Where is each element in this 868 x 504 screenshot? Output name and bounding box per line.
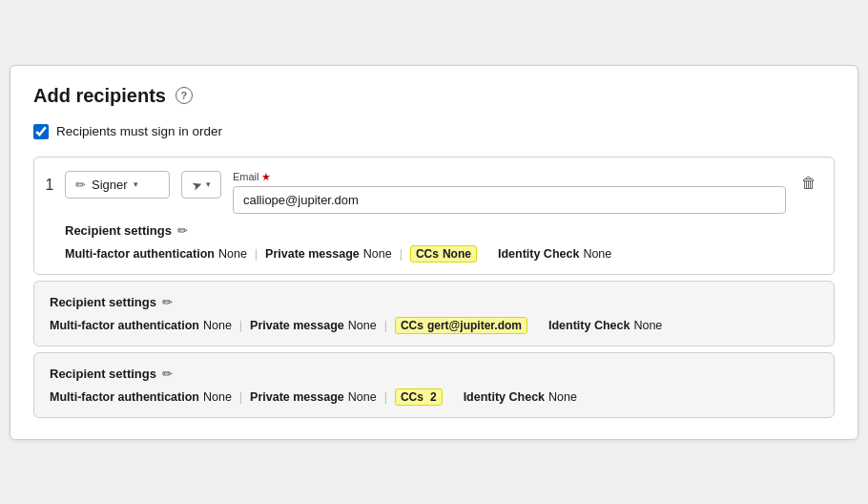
ic-val-3: None — [548, 390, 577, 404]
settings-label-3: Recipient settings — [50, 367, 156, 381]
recipient-card-1: 1 ✏ Signer ▾ ➤ ▾ — [33, 157, 835, 275]
recipient-card-3: Recipient settings ✏ Multi-factor authen… — [33, 352, 835, 418]
mfa-val-3: None — [203, 390, 232, 404]
send-dropdown-1[interactable]: ➤ ▾ — [181, 171, 221, 199]
mfa-val-2: None — [203, 319, 232, 332]
edit-icon-3[interactable]: ✏ — [162, 367, 173, 381]
email-label-1: Email★ — [233, 171, 786, 183]
settings-row-1: Recipient settings ✏ — [65, 223, 820, 238]
mfa-val-1: None — [218, 247, 247, 261]
cc-val-2: gert@jupiter.dom — [427, 319, 522, 332]
cc-badge-3[interactable]: CCs 2 — [395, 388, 443, 406]
recipient-card-2: Recipient settings ✏ Multi-factor authen… — [33, 281, 835, 346]
ic-key-1: Identity Check — [498, 247, 579, 261]
send-icon-1: ➤ — [190, 176, 204, 193]
edit-icon-1[interactable]: ✏ — [177, 223, 188, 238]
ic-key-2: Identity Check — [548, 319, 630, 332]
ic-val-2: None — [633, 319, 662, 332]
sign-order-checkbox[interactable] — [33, 124, 49, 139]
sign-order-row: Recipients must sign in order — [33, 124, 835, 139]
pm-key-1: Private message — [265, 247, 360, 261]
cc-label-3: CCs — [401, 390, 424, 404]
signer-dropdown-1[interactable]: ✏ Signer ▾ — [65, 171, 170, 199]
email-input-1[interactable] — [233, 186, 786, 214]
signer-icon-1: ✏ — [75, 178, 86, 192]
cc-label-1: CCs — [416, 247, 439, 261]
cc-val-3: 2 — [430, 390, 437, 404]
mfa-key-3: Multi-factor authentication — [50, 390, 199, 404]
ic-val-1: None — [583, 247, 611, 261]
ic-key-3: Identity Check — [464, 390, 545, 404]
settings-row-2: Recipient settings ✏ — [50, 295, 818, 309]
cc-label-2: CCs — [401, 319, 424, 332]
recipient-1-input-row: ✏ Signer ▾ ➤ ▾ Email★ — [65, 171, 820, 214]
pm-val-2: None — [348, 319, 377, 332]
signer-chevron-1: ▾ — [134, 179, 138, 189]
pm-key-3: Private message — [250, 390, 344, 404]
recipient-number-1: 1 — [34, 158, 65, 194]
mfa-key-2: Multi-factor authentication — [50, 319, 199, 332]
settings-details-2: Multi-factor authentication None | Priva… — [50, 317, 818, 334]
cc-val-1: None — [443, 247, 471, 261]
settings-label-1: Recipient settings — [65, 223, 172, 238]
send-chevron-1: ▾ — [206, 179, 211, 189]
mfa-key-1: Multi-factor authentication — [65, 247, 215, 261]
edit-icon-2[interactable]: ✏ — [162, 295, 173, 309]
help-icon[interactable]: ? — [176, 87, 193, 104]
pm-val-1: None — [363, 247, 392, 261]
cc-badge-1[interactable]: CCs None — [410, 245, 477, 262]
pm-val-3: None — [348, 390, 377, 404]
email-section-1: Email★ — [233, 171, 786, 214]
pm-key-2: Private message — [250, 319, 344, 332]
settings-details-3: Multi-factor authentication None | Priva… — [50, 388, 818, 406]
page-header: Add recipients ? — [33, 85, 835, 107]
settings-row-3: Recipient settings ✏ — [50, 367, 818, 381]
settings-label-2: Recipient settings — [50, 295, 156, 309]
delete-icon-1[interactable]: 🗑 — [797, 171, 820, 196]
page-title: Add recipients — [33, 85, 166, 107]
settings-details-1: Multi-factor authentication None | Priva… — [65, 245, 820, 262]
cc-badge-2[interactable]: CCs gert@jupiter.dom — [395, 317, 527, 334]
signer-label-1: Signer — [92, 178, 128, 192]
sign-order-label: Recipients must sign in order — [56, 124, 222, 138]
add-recipients-container: Add recipients ? Recipients must sign in… — [10, 65, 858, 440]
